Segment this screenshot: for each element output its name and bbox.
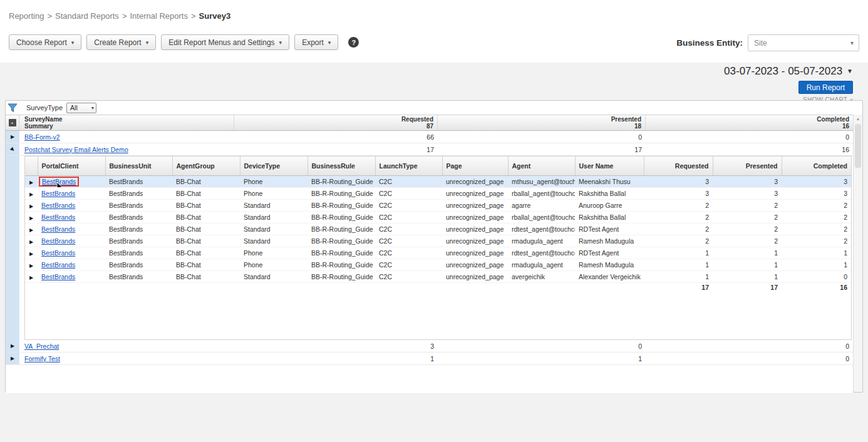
detail-cell: unrecognized_page [442, 175, 508, 187]
report-grid: SurveyType All ▾ - SurveyName Summary Re… [5, 100, 863, 393]
business-entity-select[interactable]: Site ▾ [748, 34, 859, 51]
detail-column-header-user-name[interactable]: User Name [575, 157, 644, 175]
detail-cell: BB-R-Routing_Guide [307, 187, 375, 199]
detail-cell: Meenakshi Thusu [575, 175, 644, 187]
expand-row-icon[interactable]: ▶ [11, 356, 14, 361]
requested-cell: 17 [234, 146, 438, 153]
expand-row-icon[interactable]: ▶ [11, 344, 14, 349]
detail-row: ▶BestBrandsBestBrandsBB-ChatPhoneBB-R-Ro… [25, 187, 851, 199]
portal-client-link[interactable]: BestBrands [41, 225, 75, 233]
expand-row-icon[interactable]: ▶ [29, 252, 33, 257]
detail-cell: unrecognized_page [442, 199, 508, 211]
column-header-presented[interactable]: Presented 18 [438, 115, 646, 130]
portal-client-link[interactable]: BestBrands [41, 190, 75, 197]
column-header-requested[interactable]: Requested 87 [234, 115, 438, 130]
detail-cell: BB-R-Routing_Guide [307, 259, 375, 270]
detail-cell: rballal_agent@touchcom... [508, 187, 575, 199]
detail-cell: 2 [782, 223, 851, 235]
breadcrumb-item-internal-reports[interactable]: Internal Reports [130, 11, 188, 21]
portal-client-link[interactable]: BestBrands [41, 202, 75, 209]
help-icon[interactable]: ? [348, 37, 359, 48]
detail-cell: 1 [644, 270, 713, 282]
portal-client-cell: BestBrands [38, 187, 105, 199]
scrollbar-thumb[interactable] [855, 124, 861, 168]
expand-row-icon[interactable]: ▶ [29, 216, 33, 221]
vertical-scrollbar[interactable]: ▲ [853, 115, 862, 392]
export-button[interactable]: Export▾ [294, 34, 338, 50]
detail-cell: C2C [375, 187, 442, 199]
detail-panel: PortalClientBusinessUnitAgentGroupDevice… [24, 156, 852, 340]
column-header-completed[interactable]: Completed 16 [646, 115, 853, 130]
portal-client-link[interactable]: BestBrands [41, 261, 75, 269]
detail-column-header-devicetype[interactable]: DeviceType [240, 157, 307, 175]
detail-expander-cell: ▶ [25, 199, 38, 211]
detail-cell: unrecognized_page [442, 259, 508, 270]
expand-row-icon[interactable]: ▶ [11, 135, 14, 140]
detail-column-header-agent[interactable]: Agent [508, 157, 575, 175]
portal-client-link[interactable]: BestBrands [41, 213, 75, 221]
detail-column-header-launchtype[interactable]: LaunchType [375, 157, 442, 175]
portal-client-cell: BestBrands [38, 223, 105, 235]
detail-cell: BB-R-Routing_Guide [307, 211, 375, 223]
run-report-button[interactable]: Run Report [798, 81, 853, 94]
survey-type-select[interactable]: All ▾ [66, 103, 96, 113]
collapse-all-button[interactable]: - [9, 119, 16, 126]
detail-cell: C2C [375, 235, 442, 247]
detail-column-header-businessrule[interactable]: BusinessRule [307, 157, 375, 175]
detail-column-header-businessunit[interactable]: BusinessUnit [105, 157, 172, 175]
expand-row-icon[interactable]: ▶ [29, 180, 33, 185]
summary-table-body: ▶BB-Form-v26600▶Postchat Survey Email Al… [6, 131, 853, 365]
business-entity: Business Entity: Site ▾ [676, 34, 859, 51]
expand-row-icon[interactable]: ▶ [29, 275, 33, 280]
expand-row-icon[interactable]: ▶ [29, 228, 33, 233]
column-header-surveyname[interactable]: SurveyName Summary [19, 115, 234, 130]
survey-name-cell: Postchat Survey Email Alerts Demo [19, 146, 234, 153]
detail-column-header-requested[interactable]: Requested [644, 157, 713, 175]
create-report-button[interactable]: Create Report▾ [86, 34, 156, 50]
chevron-down-icon: ▾ [328, 39, 331, 46]
detail-cell: 2 [782, 235, 851, 247]
detail-column-header-page[interactable]: Page [442, 157, 508, 175]
detail-cell: BB-Chat [172, 223, 240, 235]
breadcrumb-item-standard-reports[interactable]: Standard Reports [55, 11, 119, 21]
expand-row-icon[interactable]: ▶ [29, 264, 33, 269]
survey-name-link[interactable]: Postchat Survey Email Alerts Demo [24, 146, 128, 153]
detail-cell: Anuroop Garre [575, 199, 644, 211]
detail-column-header-portalclient[interactable]: PortalClient [38, 157, 105, 175]
survey-name-link[interactable]: Formify Test [24, 355, 60, 362]
portal-client-cell: BestBrands [38, 199, 105, 211]
expand-row-icon[interactable]: ▶ [29, 204, 33, 209]
detail-cell: BB-Chat [172, 259, 240, 270]
grid-empty-area [6, 365, 853, 393]
detail-cell: BB-Chat [172, 211, 240, 223]
detail-column-header-completed[interactable]: Completed [782, 157, 851, 175]
survey-name-link[interactable]: BB-Form-v2 [24, 133, 60, 141]
collapse-row-icon[interactable]: ▶ [9, 146, 16, 152]
filter-icon[interactable] [8, 103, 19, 113]
detail-column-header-presented[interactable]: Presented [713, 157, 782, 175]
detail-cell: 3 [782, 187, 851, 199]
portal-client-link[interactable]: BestBrands [41, 273, 75, 280]
portal-client-link[interactable]: BestBrands [41, 249, 75, 257]
detail-cell: RDTest Agent [575, 223, 644, 235]
expand-row-icon[interactable]: ▶ [29, 192, 33, 197]
detail-cell: 3 [713, 175, 782, 187]
breadcrumb-item-reporting[interactable]: Reporting [9, 11, 44, 21]
portal-client-link[interactable]: BestBrands [41, 237, 75, 245]
detail-column-header-agentgroup[interactable]: AgentGroup [172, 157, 240, 175]
detail-cell: Phone [240, 175, 307, 187]
portal-client-cell: BestBrands [38, 259, 105, 270]
edit-report-menus-and-settings-button[interactable]: Edit Report Menus and Settings▾ [161, 34, 289, 50]
portal-client-cell: BestBrands [38, 247, 105, 259]
detail-cell: BB-R-Routing_Guide [307, 223, 375, 235]
dropdown-arrow-icon: ▼ [847, 68, 853, 75]
scroll-up-icon[interactable]: ▲ [854, 115, 862, 123]
detail-cell: unrecognized_page [442, 223, 508, 235]
tree-expander-cell: ▶ [6, 352, 19, 364]
survey-name-link[interactable]: VA_Prechat [24, 342, 59, 350]
expand-row-icon[interactable]: ▶ [29, 240, 33, 245]
choose-report-button[interactable]: Choose Report▾ [9, 34, 81, 50]
detail-cell: 1 [713, 270, 782, 282]
date-range-picker[interactable]: 03-07-2023 - 05-07-2023▼ [590, 65, 853, 78]
detail-cell: 2 [782, 211, 851, 223]
